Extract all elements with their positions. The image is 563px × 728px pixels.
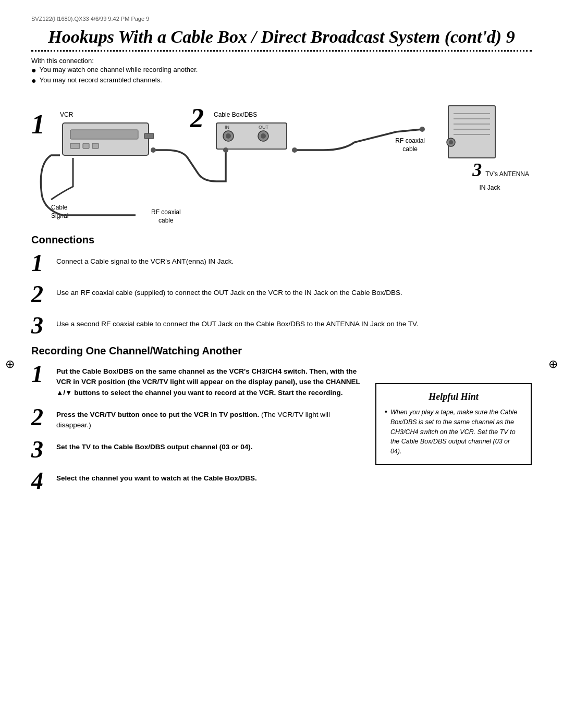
- rec-step-1-number: 1: [31, 362, 50, 386]
- step-1-number: 1: [31, 251, 50, 275]
- hint-text: When you play a tape, make sure the Cabl…: [390, 408, 522, 456]
- svg-point-23: [292, 147, 297, 153]
- vcr-svg: [60, 120, 154, 159]
- rec-step-2-text: Press the VCR/TV button once to put the …: [56, 405, 365, 431]
- svg-rect-1: [70, 130, 138, 139]
- step-2-text: Use an RF coaxial cable (supplied) to co…: [56, 282, 402, 298]
- rec-step-2-bold: Press the VCR/TV button once to put the …: [56, 411, 259, 418]
- cablebox-device: IN OUT: [214, 120, 292, 153]
- step-2-number: 2: [31, 282, 50, 306]
- hint-bullet-dot-icon: •: [385, 408, 387, 456]
- meta-header: SVZ122(H1680).QX33 4/6/99 9:42 PM Page 9: [31, 16, 532, 22]
- rec-step-4-number: 4: [31, 469, 50, 493]
- diag-step-3-num: 3: [472, 159, 482, 180]
- connection-step-1: 1 Connect a Cable signal to the VCR's AN…: [31, 251, 532, 275]
- intro-bullet-2-text: You may not record scrambled channels.: [40, 76, 162, 84]
- intro-label: With this connection:: [31, 57, 532, 65]
- svg-rect-2: [70, 143, 80, 149]
- rec-step-3-number: 3: [31, 438, 50, 462]
- recording-steps-left: 1 Put the Cable Box/DBS on the same chan…: [31, 362, 365, 500]
- intro-section: With this connection: ● You may watch on…: [31, 57, 532, 85]
- connection-step-2: 2 Use an RF coaxial cable (supplied) to …: [31, 282, 532, 306]
- cablebox-svg: IN OUT: [214, 120, 292, 152]
- svg-text:IN: IN: [225, 125, 229, 130]
- intro-bullet-1-text: You may watch one channel while recordin…: [40, 66, 198, 73]
- rec-step-2-number: 2: [31, 405, 50, 429]
- svg-rect-3: [83, 143, 89, 149]
- recording-step-1: 1 Put the Cable Box/DBS on the same chan…: [31, 362, 365, 398]
- bottom-layout: 1 Put the Cable Box/DBS on the same chan…: [31, 362, 532, 500]
- page-title: Hookups With a Cable Box / Direct Broadc…: [31, 27, 532, 47]
- crosshair-right-icon: ⊕: [548, 357, 558, 371]
- bullet-dot-icon-2: ●: [31, 76, 36, 85]
- recording-step-2: 2 Press the VCR/TV button once to put th…: [31, 405, 365, 431]
- bullet-dot-icon: ●: [31, 66, 36, 75]
- rec-step-4-text: Select the channel you want to watch at …: [56, 469, 257, 484]
- intro-bullet-1: ● You may watch one channel while record…: [31, 66, 532, 75]
- recording-step-3: 3 Set the TV to the Cable Box/DBS output…: [31, 438, 365, 462]
- rf-label-right: RF coaxialcable: [395, 137, 425, 153]
- tv-antenna-label: 3 TV's ANTENNA IN Jack: [472, 157, 529, 192]
- svg-point-20: [449, 140, 453, 144]
- rec-step-1-text: Put the Cable Box/DBS on the same channe…: [56, 362, 365, 398]
- svg-text:OUT: OUT: [259, 125, 269, 130]
- page-container: ⊕ ⊕ SVZ122(H1680).QX33 4/6/99 9:42 PM Pa…: [0, 0, 563, 728]
- svg-point-24: [420, 127, 425, 132]
- recording-title: Recording One Channel/Watching Another: [31, 345, 532, 357]
- connections-section: Connections 1 Connect a Cable signal to …: [31, 234, 532, 338]
- step-3-text: Use a second RF coaxial cable to connect…: [56, 314, 419, 329]
- page-title-text: Hookups With a Cable Box / Direct Broadc…: [48, 27, 515, 46]
- diag-step-2-num: 2: [190, 105, 204, 132]
- cablebox-label: Cable Box/DBS: [214, 111, 257, 118]
- meta-header-text: SVZ122(H1680).QX33 4/6/99 9:42 PM Page 9: [31, 16, 149, 22]
- connections-title: Connections: [31, 234, 532, 246]
- svg-rect-4: [92, 143, 99, 149]
- hint-box-container: Helpful Hint • When you play a tape, mak…: [375, 362, 532, 465]
- connection-step-3: 3 Use a second RF coaxial cable to conne…: [31, 314, 532, 338]
- cable-signal-label: CableSignal: [51, 203, 68, 221]
- vcr-device: [60, 120, 154, 161]
- rec-step-4-bold: Select the channel you want to watch at …: [56, 474, 257, 482]
- helpful-hint-box: Helpful Hint • When you play a tape, mak…: [375, 383, 532, 465]
- hint-bullet-item: • When you play a tape, make sure the Ca…: [385, 408, 522, 456]
- crosshair-left-icon: ⊕: [5, 357, 15, 371]
- svg-point-11: [261, 133, 266, 139]
- step-1-text: Connect a Cable signal to the VCR's ANT(…: [56, 251, 234, 267]
- rf-label-bottom: RF coaxialcable: [151, 208, 181, 225]
- title-divider: [31, 50, 532, 52]
- recording-section: Recording One Channel/Watching Another 1…: [31, 345, 532, 500]
- rec-step-3-text: Set the TV to the Cable Box/DBS output c…: [56, 438, 253, 452]
- intro-bullet-2: ● You may not record scrambled channels.: [31, 76, 532, 85]
- recording-step-4: 4 Select the channel you want to watch a…: [31, 469, 365, 493]
- diagram-section: 1 VCR CableSignal 2: [31, 90, 532, 226]
- svg-point-8: [226, 133, 231, 139]
- step-3-number: 3: [31, 314, 50, 338]
- vcr-label: VCR: [60, 111, 73, 118]
- diag-step-1-num: 1: [31, 111, 45, 138]
- svg-rect-5: [144, 133, 154, 139]
- rec-step-3-bold: Set the TV to the Cable Box/DBS output c…: [56, 443, 253, 451]
- hint-title: Helpful Hint: [385, 391, 522, 402]
